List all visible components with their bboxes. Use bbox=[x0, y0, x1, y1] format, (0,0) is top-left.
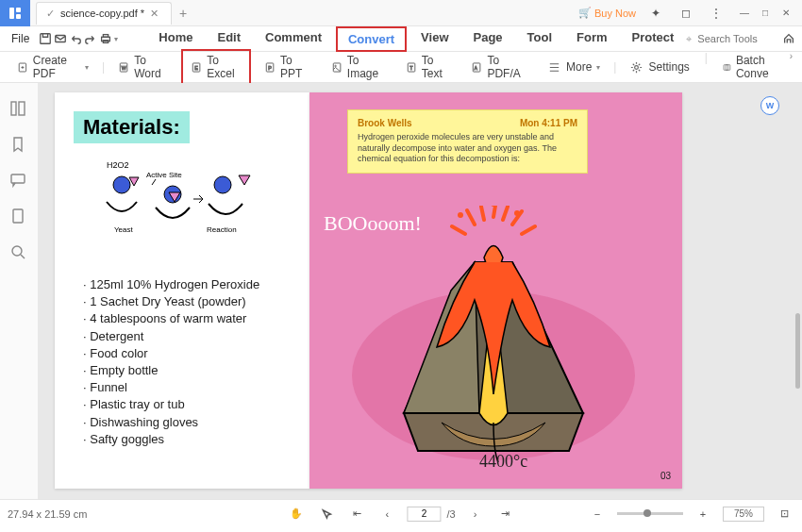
pdf-page-right: Brook Wells Mon 4:11 PM Hydrogen peroxid… bbox=[309, 92, 682, 489]
notification-icon[interactable]: ◻ bbox=[676, 4, 696, 23]
materials-heading: Materials: bbox=[74, 111, 190, 143]
settings-button[interactable]: Settings bbox=[622, 51, 696, 83]
menu-tool[interactable]: Tool bbox=[517, 26, 562, 52]
menu-comment[interactable]: Comment bbox=[255, 26, 332, 52]
page-number-input[interactable] bbox=[407, 507, 441, 522]
attachment-icon[interactable] bbox=[9, 208, 28, 226]
boom-text: BOOooom! bbox=[324, 211, 422, 236]
to-word-button[interactable]: WTo Word bbox=[110, 51, 175, 83]
svg-rect-4 bbox=[56, 36, 66, 42]
svg-rect-6 bbox=[104, 35, 109, 38]
redo-icon[interactable] bbox=[84, 29, 97, 48]
svg-text:Active Site: Active Site bbox=[146, 171, 182, 179]
next-page-icon[interactable]: › bbox=[465, 505, 486, 524]
list-item: · 4 tablespoons of warm water bbox=[83, 310, 291, 327]
scrollbar-thumb[interactable] bbox=[795, 313, 800, 389]
last-page-icon[interactable]: ⇥ bbox=[495, 505, 516, 524]
create-pdf-button[interactable]: Create PDF▾ bbox=[9, 51, 96, 83]
search-tools-input[interactable] bbox=[697, 33, 773, 44]
mail-icon[interactable] bbox=[54, 29, 67, 48]
list-item: · Safty goggles bbox=[83, 431, 291, 448]
svg-text:T: T bbox=[409, 64, 413, 70]
more-button[interactable]: More▾ bbox=[540, 58, 608, 77]
svg-point-21 bbox=[635, 65, 639, 69]
to-text-button[interactable]: TTo Text bbox=[398, 51, 459, 83]
document-viewport[interactable]: W Materials: H2O2 Active Site bbox=[38, 83, 802, 499]
hand-tool-icon[interactable]: ✋ bbox=[286, 505, 307, 524]
to-excel-button[interactable]: ETo Excel bbox=[181, 49, 251, 85]
menubar: File ▾ Home Edit Comment Convert View Pa… bbox=[0, 26, 802, 52]
close-tab-icon[interactable]: ✕ bbox=[150, 8, 161, 19]
svg-point-16 bbox=[335, 65, 337, 67]
list-item: · Funnel bbox=[83, 379, 291, 396]
svg-point-37 bbox=[458, 212, 463, 218]
zoom-slider[interactable] bbox=[617, 512, 683, 515]
pdf-page-left: Materials: H2O2 Active Site Yeast bbox=[55, 92, 309, 489]
note-body: Hydrogen peroxide molecules are very uns… bbox=[358, 132, 577, 165]
page-total: /3 bbox=[446, 508, 455, 520]
temperature-label: 4400°c bbox=[479, 452, 527, 472]
buy-now-link[interactable]: 🛒 Buy Now bbox=[578, 7, 636, 19]
share-icon[interactable] bbox=[778, 29, 799, 48]
prev-page-icon[interactable]: ‹ bbox=[376, 505, 397, 524]
menu-convert[interactable]: Convert bbox=[336, 26, 407, 52]
menu-edit[interactable]: Edit bbox=[207, 26, 251, 52]
svg-text:E: E bbox=[194, 64, 198, 70]
note-author: Brook Wells bbox=[358, 118, 412, 128]
to-image-button[interactable]: To Image bbox=[324, 51, 393, 83]
svg-point-28 bbox=[12, 246, 22, 256]
svg-point-33 bbox=[214, 176, 231, 193]
menu-page[interactable]: Page bbox=[463, 26, 513, 52]
first-page-icon[interactable]: ⇤ bbox=[346, 505, 367, 524]
titlebar: ✓ science-copy.pdf * ✕ + 🛒 Buy Now ✦ ◻ ⋮… bbox=[0, 0, 802, 26]
svg-rect-1 bbox=[16, 8, 21, 12]
menu-home[interactable]: Home bbox=[148, 26, 203, 52]
comment-icon[interactable] bbox=[9, 172, 28, 191]
save-icon[interactable] bbox=[39, 29, 52, 48]
select-tool-icon[interactable] bbox=[316, 505, 337, 524]
svg-rect-27 bbox=[13, 209, 23, 223]
list-item: · 125ml 10% Hydrogen Peroxide bbox=[83, 276, 291, 293]
zoom-out-icon[interactable]: − bbox=[587, 505, 608, 524]
list-item: · 1 Sachet Dry Yeast (powder) bbox=[83, 293, 291, 310]
svg-text:H2O2: H2O2 bbox=[107, 160, 129, 170]
search-panel-icon[interactable] bbox=[9, 243, 28, 262]
menu-form[interactable]: Form bbox=[566, 26, 618, 52]
zoom-value[interactable]: 75% bbox=[723, 507, 764, 522]
print-icon[interactable] bbox=[99, 29, 112, 48]
menu-view[interactable]: View bbox=[410, 26, 459, 52]
add-tab-button[interactable]: + bbox=[179, 6, 187, 21]
svg-rect-0 bbox=[9, 8, 14, 19]
app-logo[interactable] bbox=[0, 0, 30, 26]
scroll-right-icon[interactable]: › bbox=[790, 51, 793, 83]
gift-icon[interactable]: ✦ bbox=[645, 4, 666, 23]
fit-page-icon[interactable]: ⊡ bbox=[774, 505, 794, 524]
svg-text:P: P bbox=[268, 64, 272, 70]
minimize-button[interactable]: — bbox=[736, 7, 753, 20]
document-tab[interactable]: ✓ science-copy.pdf * ✕ bbox=[36, 2, 172, 25]
dropdown-caret-icon[interactable]: ▾ bbox=[114, 35, 118, 43]
volcano-illustration bbox=[347, 206, 640, 470]
menu-protect[interactable]: Protect bbox=[622, 26, 685, 52]
zoom-in-icon[interactable]: + bbox=[693, 505, 713, 524]
to-pdfa-button[interactable]: ATo PDF/A bbox=[463, 51, 534, 83]
bookmark-icon[interactable] bbox=[9, 136, 28, 155]
kebab-menu-icon[interactable]: ⋮ bbox=[706, 4, 727, 23]
word-float-icon[interactable]: W bbox=[760, 96, 779, 115]
undo-icon[interactable] bbox=[69, 29, 82, 48]
page-dimensions: 27.94 x 21.59 cm bbox=[8, 508, 87, 520]
svg-point-38 bbox=[514, 210, 520, 216]
close-window-button[interactable]: ✕ bbox=[777, 7, 794, 20]
svg-rect-24 bbox=[11, 102, 16, 115]
annotation-sticky-note[interactable]: Brook Wells Mon 4:11 PM Hydrogen peroxid… bbox=[347, 109, 588, 174]
maximize-button[interactable]: □ bbox=[757, 7, 774, 20]
batch-convert-button[interactable]: Batch Conve bbox=[715, 51, 782, 83]
file-menu[interactable]: File bbox=[4, 30, 37, 47]
to-ppt-button[interactable]: PTo PPT bbox=[257, 51, 318, 83]
list-item: · Dishwashing gloves bbox=[83, 414, 291, 431]
main-menu: Home Edit Comment Convert View Page Tool… bbox=[148, 26, 684, 52]
list-item: · Plastic tray or tub bbox=[83, 396, 291, 413]
materials-list: · 125ml 10% Hydrogen Peroxide · 1 Sachet… bbox=[74, 276, 291, 448]
note-timestamp: Mon 4:11 PM bbox=[520, 118, 577, 128]
thumbnails-icon[interactable] bbox=[9, 100, 28, 119]
